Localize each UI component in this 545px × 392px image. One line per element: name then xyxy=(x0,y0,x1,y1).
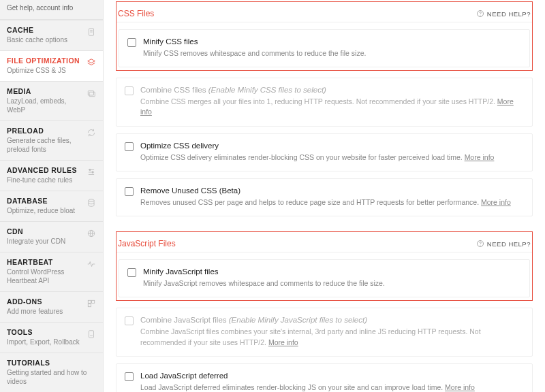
option-combine-css: Combine CSS files (Enable Minify CSS fil… xyxy=(116,78,533,126)
option-combine-js: Combine JavaScript files (Enable Minify … xyxy=(116,308,533,356)
sidebar-item-cache[interactable]: CACHE Basic cache options xyxy=(0,20,103,51)
checkbox-minify-css[interactable] xyxy=(127,38,136,47)
heartbeat-icon xyxy=(87,259,96,269)
puzzle-icon xyxy=(87,299,96,308)
svg-point-22 xyxy=(480,245,480,246)
option-title: Combine CSS files (Enable Minify CSS fil… xyxy=(140,86,524,94)
sidebar-item-heartbeat[interactable]: HEARTBEAT Control WordPress Heartbeat AP… xyxy=(0,252,103,292)
help-icon xyxy=(476,240,484,248)
option-defer-js: Load JavaScript deferred Load JavaScript… xyxy=(116,363,533,392)
need-help-label: NEED HELP? xyxy=(487,10,531,18)
svg-marker-3 xyxy=(88,59,95,63)
sidebar-item-sub: Get help, account info xyxy=(7,3,96,12)
svg-rect-16 xyxy=(92,300,95,303)
checkbox-combine-css xyxy=(125,86,134,95)
sidebar-item-cdn[interactable]: CDN Integrate your CDN xyxy=(0,222,103,252)
sidebar-item-label: FILE OPTIMIZATION xyxy=(7,56,82,65)
sidebar-item-sub: Optimize, reduce bloat xyxy=(7,206,82,215)
option-title: Load JavaScript deferred xyxy=(140,372,524,380)
section-title: CSS Files xyxy=(118,9,154,18)
sidebar-item-media[interactable]: MEDIA LazyLoad, embeds, WebP xyxy=(0,82,103,121)
need-help-link[interactable]: NEED HELP? xyxy=(476,240,531,248)
svg-rect-4 xyxy=(88,91,93,95)
sidebar-item-file-optimization[interactable]: FILE OPTIMIZATION Optimize CSS & JS xyxy=(0,51,103,82)
sidebar-item-label: TOOLS xyxy=(7,328,82,336)
checkbox-defer-js[interactable] xyxy=(125,372,134,381)
sidebar-item-label: ADVANCED RULES xyxy=(7,166,82,174)
svg-rect-9 xyxy=(89,169,91,170)
settings-sidebar: Get help, account info CACHE Basic cache… xyxy=(0,0,104,392)
more-info-link[interactable]: More info xyxy=(481,198,511,206)
layers-icon xyxy=(87,58,96,67)
sidebar-item-help[interactable]: Get help, account info xyxy=(0,0,103,20)
checkbox-optimize-css[interactable] xyxy=(125,142,134,151)
section-header-css: CSS Files NEED HELP? xyxy=(116,3,532,22)
database-icon xyxy=(87,198,96,208)
svg-rect-15 xyxy=(88,300,91,303)
need-help-label: NEED HELP? xyxy=(487,240,531,248)
images-icon xyxy=(87,88,96,98)
checkbox-combine-js xyxy=(125,316,134,325)
option-desc: Combine CSS merges all your files into 1… xyxy=(140,97,524,117)
section-header-js: JavaScript Files NEED HELP? xyxy=(116,233,532,252)
checkbox-remove-unused-css[interactable] xyxy=(125,187,134,196)
svg-rect-5 xyxy=(89,92,95,96)
sidebar-item-sub: Add more features xyxy=(7,307,82,316)
option-desc: Optimize CSS delivery eliminates render-… xyxy=(140,152,524,163)
option-minify-css: Minify CSS files Minify CSS removes whit… xyxy=(119,29,530,67)
sidebar-item-sub: Integrate your CDN xyxy=(7,237,82,246)
document-icon xyxy=(87,27,96,37)
sidebar-item-label: TUTORIALS xyxy=(7,359,96,367)
more-info-link[interactable]: More info xyxy=(268,338,298,346)
section-title: JavaScript Files xyxy=(118,239,176,248)
sidebar-item-database[interactable]: DATABASE Optimize, reduce bloat xyxy=(0,191,103,222)
highlight-box-css: CSS Files NEED HELP? Minify CSS files Mi… xyxy=(116,1,533,71)
sidebar-item-label: MEDIA xyxy=(7,87,82,95)
svg-rect-17 xyxy=(88,304,91,307)
sidebar-item-label: CACHE xyxy=(7,26,82,34)
sidebar-item-sub: Fine-tune cache rules xyxy=(7,176,82,184)
more-info-link[interactable]: More info xyxy=(465,153,495,161)
globe-icon xyxy=(87,229,96,238)
sidebar-item-sub: Getting started and how to videos xyxy=(7,368,96,386)
option-remove-unused-css: Remove Unused CSS (Beta) Removes unused … xyxy=(116,178,533,216)
sidebar-item-sub: Basic cache options xyxy=(7,35,82,44)
option-desc: Minify JavaScript removes whitespace and… xyxy=(143,278,521,289)
option-desc: Combine JavaScript files combines your s… xyxy=(140,327,524,347)
option-title: Minify CSS files xyxy=(143,37,521,46)
option-title: Minify JavaScript files xyxy=(143,267,521,276)
svg-rect-18 xyxy=(89,331,94,338)
option-title: Combine JavaScript files (Enable Minify … xyxy=(140,316,524,324)
sidebar-item-addons[interactable]: ADD-ONS Add more features xyxy=(0,292,103,323)
highlight-box-js: JavaScript Files NEED HELP? Minify JavaS… xyxy=(116,231,533,301)
tools-icon xyxy=(87,329,96,339)
refresh-icon xyxy=(87,128,96,137)
sidebar-item-label: CDN xyxy=(7,227,82,235)
svg-point-11 xyxy=(89,199,94,202)
option-title: Remove Unused CSS (Beta) xyxy=(140,186,524,195)
sidebar-item-advanced-rules[interactable]: ADVANCED RULES Fine-tune cache rules xyxy=(0,161,103,191)
sidebar-item-sub: Import, Export, Rollback xyxy=(7,338,82,346)
sidebar-item-sub: Generate cache files, preload fonts xyxy=(7,136,82,154)
sidebar-item-label: ADD-ONS xyxy=(7,297,82,306)
need-help-link[interactable]: NEED HELP? xyxy=(476,10,531,18)
svg-point-20 xyxy=(480,15,480,16)
sidebar-item-tutorials[interactable]: TUTORIALS Getting started and how to vid… xyxy=(0,353,103,392)
option-desc: Removes unused CSS per page and helps to… xyxy=(140,197,524,208)
sidebar-item-label: HEARTBEAT xyxy=(7,258,82,266)
option-desc: Minify CSS removes whitespace and commen… xyxy=(143,48,521,59)
option-title: Optimize CSS delivery xyxy=(140,142,524,150)
more-info-link[interactable]: More info xyxy=(445,383,475,391)
option-desc: Load JavaScript deferred eliminates rend… xyxy=(140,382,524,392)
checkbox-minify-js[interactable] xyxy=(127,268,136,277)
sidebar-item-sub: Optimize CSS & JS xyxy=(7,66,82,75)
sidebar-item-sub: Control WordPress Heartbeat API xyxy=(7,267,82,285)
sidebar-item-preload[interactable]: PRELOAD Generate cache files, preload fo… xyxy=(0,121,103,161)
svg-rect-10 xyxy=(92,172,93,173)
sidebar-item-label: DATABASE xyxy=(7,197,82,205)
sliders-icon xyxy=(87,167,96,177)
option-optimize-css: Optimize CSS delivery Optimize CSS deliv… xyxy=(116,133,533,172)
sidebar-item-label: PRELOAD xyxy=(7,127,82,135)
sidebar-item-tools[interactable]: TOOLS Import, Export, Rollback xyxy=(0,323,103,353)
main-content: CSS Files NEED HELP? Minify CSS files Mi… xyxy=(104,0,545,392)
